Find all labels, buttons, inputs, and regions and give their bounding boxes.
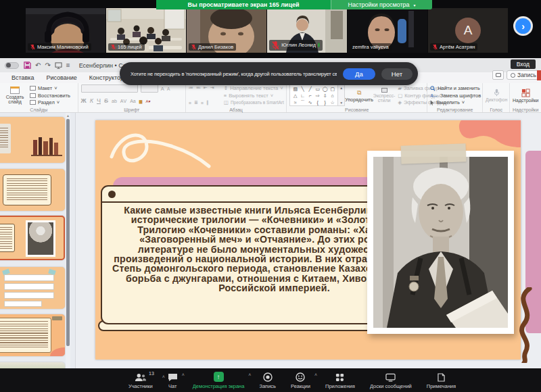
chat-button[interactable]: Чат ˄ — [168, 372, 178, 389]
thumb-slide-4[interactable] — [0, 267, 65, 309]
participant-tile-6[interactable]: А Артём Асатрян — [428, 8, 508, 53]
dialog-yes-button[interactable]: Да — [343, 68, 375, 80]
participant-tile-1[interactable]: Максим Малиновский — [26, 8, 105, 53]
dictate-button[interactable]: Диктофон — [486, 84, 507, 106]
font-color-button[interactable]: А▾ — [145, 99, 150, 103]
record-button[interactable]: Запись — [259, 372, 276, 389]
font-size-combobox[interactable] — [141, 84, 158, 93]
align-right-icon[interactable]: ≡ — [201, 101, 204, 105]
find-replace-button[interactable]: Найти и заменить — [430, 85, 481, 91]
next-participants-button[interactable]: › — [515, 18, 531, 34]
char-spacing-button[interactable]: АV — [120, 99, 126, 103]
slide[interactable]: ‹ › Какие самые известные книги Ильяса Е… — [95, 120, 521, 360]
scrollbar-up-icon[interactable]: ▲ — [66, 113, 70, 118]
shape-icon-elbow[interactable]: ⌐ — [306, 93, 314, 99]
notes-button[interactable]: Примечания — [427, 372, 456, 389]
autosave-toggle[interactable] — [5, 62, 19, 69]
shape-icon-star[interactable]: ☆ — [329, 99, 336, 106]
shape-icon-arrow-right[interactable]: ⇨ — [314, 93, 321, 99]
present-icon[interactable] — [55, 62, 62, 69]
thumb-slide-5[interactable] — [0, 314, 65, 356]
indent-less-icon[interactable]: ⇤ — [204, 85, 208, 91]
italic-button[interactable]: К — [90, 97, 93, 104]
smartart-button[interactable]: ◫Преобразовать в SmartArt — [224, 99, 284, 105]
shape-icon-curve[interactable]: ∿ — [306, 99, 314, 106]
align-left-icon[interactable]: ≡ — [189, 101, 191, 105]
grow-font-icon[interactable]: А — [161, 86, 164, 92]
tab-vstavka[interactable]: Вставка — [5, 73, 40, 82]
shape-icon-right-angle[interactable]: ∟ — [299, 93, 306, 99]
text-direction-button[interactable]: ⇕Направление текста˅ — [224, 85, 284, 91]
select-button[interactable]: Выделить ˅ — [430, 99, 481, 105]
group-label-drawing: Рисование — [287, 107, 427, 112]
shape-icon-triangle[interactable]: △ — [291, 93, 299, 99]
thumb-slide-3-selected[interactable] — [0, 216, 65, 260]
quick-styles-button[interactable]: Экспресс-стили — [373, 84, 395, 106]
replace-fonts-button[interactable]: А↔ Замена шрифтов — [430, 93, 481, 99]
section-button[interactable]: Раздел˅ — [30, 99, 70, 105]
chevron-up-icon[interactable]: ˄ — [182, 372, 185, 377]
scroll-up-icon[interactable]: ▲ — [339, 86, 343, 90]
participant-tile-5[interactable]: zemfira valiyeva — [348, 8, 427, 53]
shape-icon-oval[interactable]: ◯ — [321, 86, 329, 93]
highlight-color-button[interactable]: ▆ — [139, 99, 143, 103]
participant-tile-2[interactable]: 165 лицей — [106, 8, 186, 53]
chevron-up-icon[interactable]: ˄ — [162, 374, 165, 379]
thumbnail-scrollbar[interactable]: ▲ — [66, 113, 70, 368]
shapes-scroll[interactable]: ▲ ▼ — [338, 84, 345, 106]
apps-button[interactable]: Приложения — [325, 372, 355, 389]
bullets-icon[interactable]: ≔ — [189, 85, 193, 91]
participant-tile-4[interactable]: Юглин Леонид — [267, 8, 347, 53]
layout-button[interactable]: Макет˅ — [30, 85, 70, 91]
signin-button[interactable]: Вход — [511, 59, 536, 69]
view-options-button[interactable]: Настройки просмотра ▾ — [331, 0, 432, 9]
shadow-button[interactable]: ab — [112, 99, 117, 103]
shape-icon-arc[interactable]: ⌒ — [299, 99, 306, 106]
scrollbar-thumb[interactable] — [66, 119, 70, 346]
numbering-icon[interactable]: ≕ — [196, 85, 201, 91]
shape-icon-home[interactable]: ⌂ — [329, 93, 336, 99]
change-case-button[interactable]: Аа — [130, 99, 136, 103]
arrange-button[interactable]: ⧉ Упорядочить — [348, 84, 371, 106]
font-name-combobox[interactable] — [81, 84, 138, 93]
portrait-photo[interactable] — [367, 151, 514, 334]
shape-icon-scribble[interactable]: ≈ — [291, 99, 299, 106]
reactions-button[interactable]: Реакции ˄ — [291, 372, 310, 389]
whiteboards-button[interactable]: Доски сообщений — [370, 372, 412, 389]
bold-button[interactable]: Ж — [81, 97, 87, 104]
new-slide-button[interactable]: Создать слайд — [3, 84, 27, 106]
participants-button[interactable]: 13 Участники ˄ — [128, 372, 153, 389]
align-center-icon[interactable]: ≣ — [194, 100, 198, 105]
chevron-up-icon[interactable]: ˄ — [248, 372, 251, 377]
shape-icon-brace-right[interactable]: } — [321, 99, 329, 106]
align-text-button[interactable]: ≡Выровнять текст˅ — [224, 93, 284, 99]
shape-icon-brace-left[interactable]: { — [314, 99, 321, 106]
strikethrough-button[interactable]: S — [104, 97, 108, 104]
shapes-gallery[interactable]: ▧ ╲ ╱ ▭ ◯ ▢ △ ∟ ⌐ ⇨ ⇩ ⌂ ≈ ⌒ ∿ — [289, 84, 338, 106]
undo-icon[interactable]: ↶ — [35, 62, 41, 69]
indent-more-icon[interactable]: ⇥ — [210, 85, 214, 91]
thumb-slide-6[interactable] — [0, 362, 65, 368]
tab-risovanie[interactable]: Рисование — [40, 73, 83, 82]
qat-more-icon[interactable]: ≡ — [66, 62, 70, 69]
thumb-slide-1[interactable] — [0, 117, 65, 163]
thumb-slide-2[interactable] — [0, 169, 65, 211]
shrink-font-icon[interactable]: А — [167, 87, 170, 91]
chevron-up-icon[interactable]: ˄ — [314, 372, 317, 377]
share-screen-button[interactable]: ↑ Демонстрация экрана ˄ — [193, 372, 245, 389]
underline-button[interactable]: Ч — [97, 97, 101, 104]
redo-icon[interactable]: ↷ — [45, 62, 50, 69]
shape-icon-arrow-down[interactable]: ⇩ — [321, 93, 329, 99]
dialog-no-button[interactable]: Нет — [381, 68, 413, 80]
columns-icon[interactable]: ∥ — [206, 100, 209, 105]
shape-icon-rounded-rect[interactable]: ▢ — [329, 86, 336, 93]
participant-tile-3[interactable]: Данил Бизаков — [187, 8, 266, 53]
shape-icon-arrow-line[interactable]: ╱ — [306, 86, 314, 93]
scroll-down-icon[interactable]: ▼ — [339, 101, 343, 105]
shape-icon-line[interactable]: ╲ — [299, 86, 306, 93]
shape-icon-textbox[interactable]: ▧ — [291, 86, 299, 93]
reset-button[interactable]: Восстановить — [30, 93, 70, 99]
save-icon[interactable] — [24, 62, 31, 69]
shape-icon-rectangle[interactable]: ▭ — [314, 86, 321, 93]
addins-button[interactable]: Надстройки — [513, 84, 538, 106]
